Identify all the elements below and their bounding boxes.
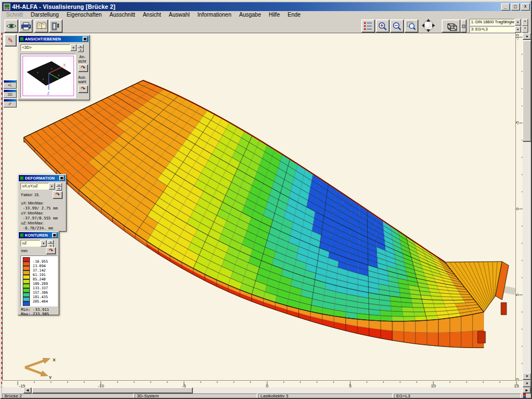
- uz-value: -6.78/234. mm: [23, 226, 53, 231]
- display-settings-button[interactable]: [361, 19, 375, 33]
- x-axis-label: X: [53, 357, 56, 362]
- menu-informationen[interactable]: Informationen: [193, 12, 235, 18]
- perspective-dropdown-button[interactable]: [461, 19, 467, 33]
- menu-ende[interactable]: Ende: [284, 12, 304, 18]
- minimized-palette-3d[interactable]: 3D: [3, 89, 17, 98]
- kontur-apply-button[interactable]: ↷: [46, 247, 56, 254]
- minimize-button[interactable]: _: [501, 3, 510, 11]
- scroll-left-icon[interactable]: ◀: [23, 387, 32, 393]
- auswahl-label-2: wahl: [78, 80, 86, 84]
- legend-swatch: [23, 279, 30, 284]
- legend-value: 61.191: [33, 273, 45, 277]
- panel-konturen[interactable]: KONTUREN ▣ uZ ▼ ▲ ▼ mm ↷ -10.95513.09437…: [18, 231, 59, 315]
- close-icon[interactable]: ▣: [59, 176, 64, 181]
- legend-swatch: [23, 293, 30, 297]
- loadcase-spinner[interactable]: ▲ ▼: [522, 19, 528, 33]
- view-spinner[interactable]: ▲ ▼: [78, 44, 84, 51]
- visualisation-button[interactable]: [4, 19, 18, 33]
- status-system: 3D-System: [135, 393, 257, 399]
- legend-swatch: [23, 257, 30, 262]
- small-square-icon: [462, 24, 466, 28]
- legend-value: 181.435: [33, 295, 48, 299]
- close-icon[interactable]: ▣: [52, 233, 57, 238]
- spinner-up-icon[interactable]: ▲: [78, 44, 84, 48]
- chevron-down-icon[interactable]: ▼: [515, 26, 521, 33]
- menu-ausgabe[interactable]: Ausgabe: [235, 12, 264, 18]
- preview-z-label: Z: [47, 91, 50, 95]
- vertical-scroll-thumb[interactable]: [523, 40, 531, 142]
- ux-label: uX: Min/Max:: [21, 201, 44, 205]
- deformation-combobox[interactable]: uX,uY,uZ ▼: [21, 183, 55, 190]
- print-button[interactable]: [19, 19, 33, 33]
- deformation-combobox-value[interactable]: uX,uY,uZ: [21, 183, 49, 190]
- panel-deformation-titlebar[interactable]: DEFORMATION ▣: [19, 175, 65, 181]
- panel-konturen-titlebar[interactable]: KONTUREN ▣: [19, 232, 58, 238]
- ruler-options-button[interactable]: ▼: [523, 380, 531, 387]
- maximize-button[interactable]: □: [511, 3, 520, 11]
- perspective-button[interactable]: [442, 19, 461, 33]
- legend-swatch: [23, 270, 30, 275]
- menu-eigenschaften[interactable]: Eigenschaften: [63, 12, 105, 18]
- vertical-scrollbar[interactable]: ▲ ▼: [523, 33, 531, 380]
- horizontal-scroll-thumb[interactable]: [32, 387, 193, 393]
- model-canvas[interactable]: X Y ✎ ⌖L 3D ✐ ANSICHT/EBENEN ▣ <3D> ▼: [2, 33, 515, 380]
- chevron-down-icon[interactable]: ▼: [49, 183, 55, 190]
- chevron-down-icon[interactable]: ▼: [40, 240, 47, 247]
- zoom-window-icon: [407, 22, 416, 31]
- deformation-spinner[interactable]: ▲ ▼: [56, 183, 62, 190]
- scroll-down-icon[interactable]: ▼: [523, 373, 531, 380]
- close-button[interactable]: x: [521, 3, 530, 11]
- chevron-down-icon[interactable]: ▼: [515, 19, 521, 25]
- minimized-palette-draw[interactable]: ✐: [3, 99, 17, 108]
- panel-deformation[interactable]: DEFORMATION ▣ uX,uY,uZ ▼ ▲ ▼ Faktor: 15.…: [18, 174, 66, 232]
- spinner-up-icon[interactable]: ▲: [48, 240, 54, 244]
- menu-auswahl[interactable]: Auswahl: [165, 12, 194, 18]
- menu-darstellung[interactable]: Darstellung: [27, 12, 63, 18]
- menu-hilfe[interactable]: Hilfe: [265, 12, 284, 18]
- loadcase-combobox-value[interactable]: 3: EG+L3: [469, 26, 515, 33]
- uz-label: uZ: Min/Max:: [21, 221, 43, 225]
- panel-ansicht-title: ANSICHT/EBENEN: [25, 37, 61, 41]
- chevron-down-icon[interactable]: ▼: [70, 44, 76, 51]
- scroll-right-icon[interactable]: ▶: [523, 387, 531, 393]
- spinner-up-icon[interactable]: ▲: [56, 183, 62, 187]
- legend-swatch: [23, 288, 30, 293]
- menu-schnitt: Schnitt: [2, 12, 27, 18]
- ux-value: -33.99/ 2.75 mm: [23, 206, 58, 211]
- x-axis-arrow: [43, 358, 50, 363]
- kontur-spinner[interactable]: ▲ ▼: [48, 240, 54, 247]
- zoom-window-button[interactable]: [405, 19, 418, 33]
- edit-mode-button[interactable]: ✎: [4, 34, 17, 47]
- manual-button[interactable]: [34, 19, 48, 33]
- view-combobox[interactable]: <3D> ▼: [21, 44, 76, 51]
- contour-max: Max: 233.905: [21, 312, 49, 316]
- scroll-up-icon[interactable]: ▲: [523, 33, 531, 40]
- kontur-combobox-value[interactable]: uZ: [21, 240, 40, 247]
- title-bar[interactable]: 4H-ALFA - Visualisierung [Brücke 2] _ □ …: [2, 2, 531, 11]
- spinner-down-icon[interactable]: ▼: [56, 187, 62, 191]
- view-preview[interactable]: X Z: [21, 54, 76, 98]
- minimized-palette-coords[interactable]: ⌖L: [3, 80, 17, 89]
- loadcase-combobox[interactable]: 3: EG+L3 ▼: [469, 26, 521, 33]
- spinner-down-icon[interactable]: ▼: [78, 48, 84, 52]
- ansicht-label-2: sicht: [78, 59, 86, 63]
- zoom-in-button[interactable]: [376, 19, 390, 33]
- selection-apply-button[interactable]: ↷: [78, 85, 88, 93]
- view-combobox-value[interactable]: <3D>: [21, 44, 70, 51]
- threed-icon: 3D: [4, 92, 16, 98]
- exit-button[interactable]: [49, 19, 63, 33]
- close-icon[interactable]: ▣: [83, 37, 88, 42]
- zoom-out-button[interactable]: [390, 19, 404, 33]
- menu-ausschnitt[interactable]: Ausschnitt: [106, 12, 139, 18]
- spinner-up-icon[interactable]: ▲: [522, 19, 528, 26]
- norm-combobox-value[interactable]: 1: DIN 18800 Tragfähigkeit (Th: [469, 19, 515, 25]
- norm-combobox[interactable]: 1: DIN 18800 Tragfähigkeit (Th ▼: [469, 19, 521, 25]
- menu-ansicht[interactable]: Ansicht: [139, 12, 165, 18]
- deformation-apply-button[interactable]: ↷: [53, 191, 63, 199]
- view-apply-button[interactable]: ↷: [78, 64, 88, 72]
- panel-ansicht-ebenen[interactable]: ANSICHT/EBENEN ▣ <3D> ▼ ▲ ▼: [18, 35, 90, 100]
- panel-ansicht-titlebar[interactable]: ANSICHT/EBENEN ▣: [19, 36, 89, 42]
- horizontal-scrollbar[interactable]: ◀ ▶: [2, 387, 532, 393]
- kontur-combobox[interactable]: uZ ▼: [21, 240, 47, 247]
- spinner-down-icon[interactable]: ▼: [522, 26, 528, 33]
